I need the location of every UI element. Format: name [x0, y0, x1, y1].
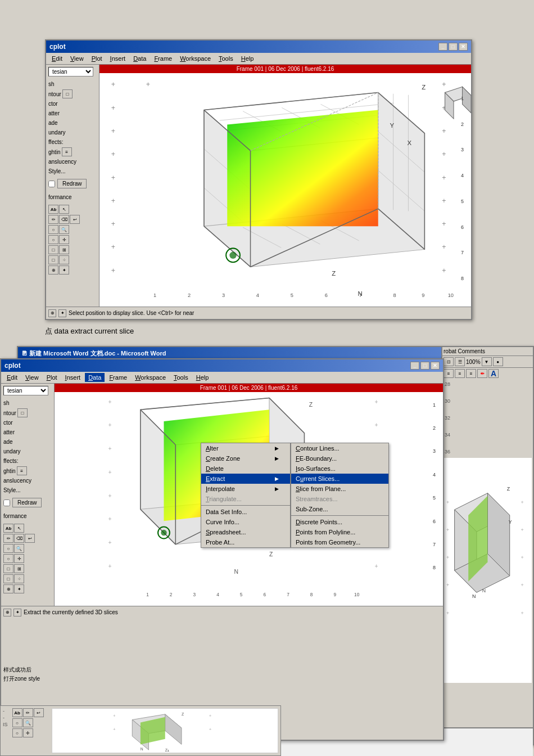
toolbar-crosshair[interactable]: ✛ [59, 235, 69, 244]
ntour-btn[interactable]: □ [62, 89, 73, 98]
fmt-btn-2[interactable]: ≡ [455, 369, 465, 378]
cplot2-toolbar-grid[interactable]: ⊞ [14, 564, 24, 573]
v-checkbox[interactable] [48, 181, 55, 187]
toolbar-grid[interactable]: ⊞ [59, 245, 69, 254]
menu-plot[interactable]: Plot [88, 54, 106, 63]
toolbar-eraser[interactable]: ⌫ [59, 215, 69, 224]
menu-frame[interactable]: Frame [151, 54, 175, 63]
bottom-toolbar-crosshair[interactable]: ✛ [23, 728, 33, 737]
ctx-create-zone[interactable]: Create Zone ▶ [201, 453, 290, 464]
minimize-button[interactable]: _ [438, 43, 447, 51]
cplot2-menu-frame[interactable]: Frame [106, 373, 130, 382]
toolbar-dots[interactable]: ⁘ [59, 255, 69, 264]
cplot2-toolbar-cursor[interactable]: ↖ [14, 524, 24, 533]
cplot2-menu-insert[interactable]: Insert [62, 373, 84, 382]
redraw-button[interactable]: Redraw [57, 179, 87, 188]
cplot2-menu-data[interactable]: Data [85, 373, 105, 382]
toolbar-cursor[interactable]: ↖ [59, 205, 69, 214]
ctx-dataset-info[interactable]: Data Set Info... [201, 507, 290, 517]
cplot2-menu-tools[interactable]: Tools [170, 373, 192, 382]
ctx-spreadsheet[interactable]: Spreadsheet... [201, 527, 290, 537]
data-context-menu[interactable]: Alter ▶ Create Zone ▶ Delete Extract ▶ [201, 443, 291, 548]
cplot2-ghtin-btn[interactable]: ≡ [17, 466, 27, 475]
menu-edit[interactable]: Edit [48, 54, 66, 63]
ctx-probe-at[interactable]: Probe At... [201, 537, 290, 547]
cplot2-ntour-btn[interactable]: □ [17, 408, 28, 417]
sub-contour-lines[interactable]: Contour Lines... [291, 443, 388, 453]
ctx-delete[interactable]: Delete [201, 464, 290, 474]
cplot2-menu-help[interactable]: Help [193, 373, 212, 382]
bottom-toolbar-undo[interactable]: ↩ [34, 708, 44, 717]
cplot2-plot-area[interactable]: Frame 001 | 06 Dec 2006 | fluent6.2.16 +… [55, 384, 443, 606]
menu-tools[interactable]: Tools [215, 54, 237, 63]
cplot2-minimize[interactable]: _ [410, 362, 419, 370]
cplot2-toolbar-circle[interactable]: ○ [3, 544, 13, 553]
ctx-alter[interactable]: Alter ▶ [201, 443, 290, 453]
cplot2-menu-edit[interactable]: Edit [3, 373, 21, 382]
toolbar-square[interactable]: □ [48, 245, 58, 254]
toolbar-circle2[interactable]: ○ [48, 235, 58, 244]
toolbar-target[interactable]: ⊕ [48, 266, 58, 274]
ctx-curve-info[interactable]: Curve Info... [201, 517, 290, 527]
plot-type-dropdown[interactable]: tesian [48, 67, 93, 76]
zoom-dropdown[interactable]: ▼ [482, 357, 492, 366]
zoom-btn-1[interactable]: ⊡ [444, 357, 454, 366]
cplot2-toolbar-circle2[interactable]: ○ [3, 554, 13, 563]
zoom-btn-2[interactable]: ☰ [455, 357, 465, 366]
close-button[interactable]: ✕ [459, 43, 468, 51]
toolbar-zoom[interactable]: 🔍 [59, 225, 69, 234]
sub-points-from-polyline[interactable]: Points from Polyline... [291, 527, 388, 537]
sub-current-slices[interactable]: Current Slices... [291, 474, 388, 484]
fmt-btn-4[interactable]: ✏ [477, 369, 487, 378]
cplot2-toolbar-eraser[interactable]: ⌫ [14, 534, 24, 543]
cplot2-toolbar-crosshair[interactable]: ✛ [14, 554, 24, 563]
cplot2-toolbar-undo[interactable]: ↩ [25, 534, 35, 543]
bottom-toolbar-circle[interactable]: ○ [12, 718, 22, 727]
extract-submenu[interactable]: Contour Lines... FE-Boundary... Iso-Surf… [291, 443, 389, 548]
ctx-extract[interactable]: Extract ▶ [201, 474, 290, 484]
cplot2-toolbar-target[interactable]: ⊕ [3, 584, 13, 593]
menu-view[interactable]: View [67, 54, 87, 63]
zoom-circle[interactable]: ● [493, 357, 503, 366]
sub-sub-zone[interactable]: Sub-Zone... [291, 504, 388, 514]
bottom-toolbar-ab[interactable]: Ab [12, 708, 22, 717]
cplot2-menu-view[interactable]: View [22, 373, 42, 382]
sub-iso-surfaces[interactable]: Iso-Surfaces... [291, 464, 388, 474]
fmt-btn-A[interactable]: A [488, 369, 499, 378]
cplot2-toolbar-ab[interactable]: Ab [3, 524, 13, 533]
cplot2-plot-canvas[interactable]: + + + + + + + + + + + + + + + [55, 392, 443, 603]
menu-insert[interactable]: Insert [107, 54, 129, 63]
toolbar-square2[interactable]: □ [48, 255, 58, 264]
sidebar-style[interactable]: Style... [48, 167, 97, 176]
maximize-button[interactable]: □ [449, 43, 458, 51]
bottom-toolbar-pencil[interactable]: ✏ [23, 708, 33, 717]
cplot2-toolbar-star[interactable]: ✦ [14, 584, 24, 593]
cplot2-v-checkbox[interactable] [3, 500, 10, 506]
cplot2-plot-type-dropdown[interactable]: tesian [3, 386, 48, 395]
cplot2-toolbar-square2[interactable]: □ [3, 574, 13, 583]
cplot2-close[interactable]: ✕ [431, 362, 440, 370]
menu-data[interactable]: Data [130, 54, 150, 63]
fmt-btn-1[interactable]: ≡ [444, 369, 454, 378]
top-plot-canvas[interactable]: + + + + + + + + + + + + + + + + + [99, 73, 471, 304]
sub-points-from-geometry[interactable]: Points from Geometry... [291, 537, 388, 547]
sub-slice-from-plane[interactable]: Slice from Plane... [291, 484, 388, 494]
bottom-toolbar-zoom2[interactable]: 🔍 [23, 718, 33, 727]
fmt-btn-3[interactable]: ≡ [466, 369, 476, 378]
sub-discrete-points[interactable]: Discrete Points... [291, 517, 388, 527]
cplot2-toolbar-square[interactable]: □ [3, 564, 13, 573]
sub-fe-boundary[interactable]: FE-Boundary... [291, 453, 388, 464]
cplot2-menu-plot[interactable]: Plot [43, 373, 61, 382]
cplot2-maximize[interactable]: □ [420, 362, 429, 370]
toolbar-undo[interactable]: ↩ [70, 215, 80, 224]
toolbar-circle[interactable]: ○ [48, 225, 58, 234]
cplot2-toolbar-pencil[interactable]: ✏ [3, 534, 13, 543]
menu-help[interactable]: Help [238, 54, 257, 63]
ghtin-btn[interactable]: ≡ [62, 147, 72, 156]
toolbar-ab[interactable]: Ab [48, 205, 58, 214]
cplot2-redraw-button[interactable]: Redraw [12, 498, 42, 507]
cplot2-menu-workspace[interactable]: Workspace [132, 373, 169, 382]
menu-workspace[interactable]: Workspace [177, 54, 214, 63]
bottom-toolbar-circle2[interactable]: ○ [12, 728, 22, 737]
toolbar-star[interactable]: ✦ [59, 266, 69, 274]
